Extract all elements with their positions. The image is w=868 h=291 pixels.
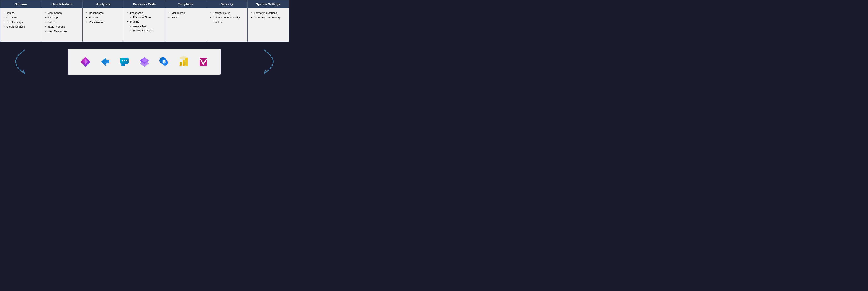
svg-text:S: S bbox=[163, 59, 165, 64]
power-apps-icon[interactable] bbox=[79, 55, 92, 68]
col-process-code: Process / CodeProcessesDialogs & FlowsPl… bbox=[124, 0, 165, 42]
list-item: Security Roles bbox=[210, 11, 244, 15]
svg-rect-16 bbox=[180, 62, 182, 66]
list-item: Other System Settings bbox=[251, 15, 285, 20]
svg-point-6 bbox=[122, 60, 123, 61]
list-item: Column Level Security Profiles bbox=[210, 15, 244, 25]
power-apps-2-icon[interactable] bbox=[138, 55, 151, 68]
col-header-user-interface: User Interface bbox=[41, 0, 83, 8]
list-item: Dashboards bbox=[86, 11, 120, 15]
list-item: Columns bbox=[4, 15, 38, 20]
list-item: Table Ribbons bbox=[45, 25, 79, 29]
list-item: Relationships bbox=[4, 20, 38, 25]
col-header-security: Security bbox=[206, 0, 247, 8]
svg-rect-17 bbox=[183, 60, 185, 66]
arc-left-icon bbox=[4, 48, 29, 76]
col-body-schema: TablesColumnsRelationshipsGlobal Choices bbox=[0, 8, 41, 42]
power-automate-icon[interactable] bbox=[98, 55, 112, 68]
visio-icon[interactable] bbox=[197, 55, 210, 68]
list-item: Formatting Options bbox=[251, 11, 285, 15]
list-item: Processes bbox=[127, 11, 162, 15]
col-header-analytics: Analytics bbox=[83, 0, 124, 8]
col-user-interface: User InterfaceCommandsSiteMapFormsTable … bbox=[41, 0, 83, 42]
col-header-templates: Templates bbox=[165, 0, 206, 8]
col-header-process-code: Process / Code bbox=[124, 0, 165, 8]
list-item: Web Resources bbox=[45, 29, 79, 34]
list-item: Reports bbox=[86, 15, 120, 20]
list-item: Forms bbox=[45, 20, 79, 25]
list-item: SiteMap bbox=[45, 15, 79, 20]
col-body-templates: Mail mergeEmail bbox=[165, 8, 206, 42]
bottom-section: S bbox=[0, 42, 289, 80]
list-item: Email bbox=[168, 15, 203, 20]
col-schema: SchemaTablesColumnsRelationshipsGlobal C… bbox=[0, 0, 41, 42]
list-item: Mail merge bbox=[168, 11, 203, 15]
list-item: Tables bbox=[4, 11, 38, 15]
col-body-user-interface: CommandsSiteMapFormsTable RibbonsWeb Res… bbox=[41, 8, 83, 42]
list-item: Global Choices bbox=[4, 25, 38, 29]
list-item: Processing Steps bbox=[127, 28, 162, 33]
main-table: SchemaTablesColumnsRelationshipsGlobal C… bbox=[0, 0, 289, 42]
sharepoint-icon[interactable]: S bbox=[157, 55, 171, 68]
list-item: Commands bbox=[45, 11, 79, 15]
svg-point-19 bbox=[180, 56, 188, 60]
col-body-security: Security RolesColumn Level Security Prof… bbox=[206, 8, 247, 42]
power-bi-icon[interactable] bbox=[177, 55, 190, 68]
app-icons-container: S bbox=[68, 49, 221, 75]
col-system-settings: System SettingsFormatting OptionsOther S… bbox=[248, 0, 289, 42]
list-item: Plugins bbox=[127, 20, 162, 24]
list-item: Assemblies bbox=[127, 24, 162, 28]
col-security: SecuritySecurity RolesColumn Level Secur… bbox=[206, 0, 248, 42]
svg-point-7 bbox=[124, 60, 125, 61]
col-analytics: AnalyticsDashboardsReportsVisualizations bbox=[83, 0, 124, 42]
col-header-system-settings: System Settings bbox=[248, 0, 289, 8]
col-header-schema: Schema bbox=[0, 0, 41, 8]
power-virtual-agents-icon[interactable] bbox=[118, 55, 131, 68]
list-item: Dialogs & Flows bbox=[127, 15, 162, 20]
list-item: Visualizations bbox=[86, 20, 120, 25]
col-body-process-code: ProcessesDialogs & FlowsPluginsAssemblie… bbox=[124, 8, 165, 42]
svg-point-8 bbox=[126, 60, 127, 61]
col-templates: TemplatesMail mergeEmail bbox=[165, 0, 206, 42]
col-body-analytics: DashboardsReportsVisualizations bbox=[83, 8, 124, 42]
arc-right-icon bbox=[259, 48, 285, 76]
col-body-system-settings: Formatting OptionsOther System Settings bbox=[248, 8, 289, 42]
